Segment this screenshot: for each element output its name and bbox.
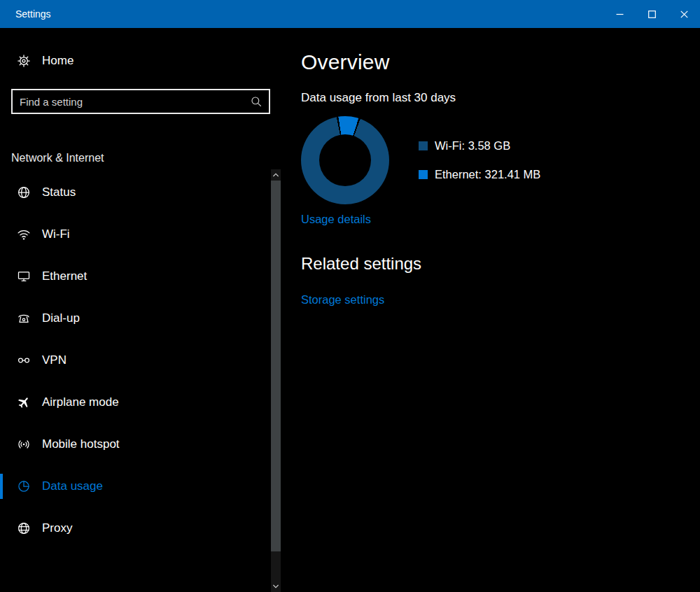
legend-label: Wi-Fi: 3.58 GB: [435, 139, 510, 153]
related-settings-heading: Related settings: [301, 254, 672, 274]
selected-accent-bar: [0, 474, 3, 499]
airplane-icon: [17, 395, 31, 409]
minimize-button[interactable]: [603, 0, 636, 28]
home-label: Home: [42, 54, 74, 68]
minimize-icon: [616, 10, 624, 18]
sidebar-item-label: VPN: [42, 353, 66, 367]
search-box: [11, 89, 270, 114]
data-usage-donut-chart: [301, 116, 389, 204]
sidebar-item-label: Wi-Fi: [42, 227, 70, 241]
ethernet-icon: [17, 269, 31, 283]
sidebar-section-label: Network & Internet: [11, 152, 284, 164]
legend-color-swatch: [419, 141, 428, 150]
pie-chart-icon: [17, 479, 31, 493]
globe-icon: [17, 521, 31, 535]
sidebar-item-label: Proxy: [42, 521, 72, 535]
wifi-icon: [17, 227, 31, 241]
hotspot-icon: [17, 437, 31, 451]
sidebar-item-label: Dial-up: [42, 311, 80, 325]
donut-hole: [319, 134, 371, 186]
sidebar-item-dial-up[interactable]: Dial-up: [0, 303, 284, 334]
legend-item-wi-fi: Wi-Fi: 3.58 GB: [419, 139, 540, 153]
storage-settings-link[interactable]: Storage settings: [301, 293, 384, 306]
sidebar-nav: StatusWi-FiEthernetDial-upVPNAirplane mo…: [0, 177, 284, 544]
sidebar: Home Network & Internet StatusWi-FiEther…: [0, 28, 284, 592]
sidebar-item-label: Mobile hotspot: [42, 437, 120, 451]
sidebar-item-label: Data usage: [42, 479, 103, 493]
page-title: Overview: [301, 50, 672, 74]
caption-buttons: [603, 0, 700, 28]
scrollbar-thumb[interactable]: [271, 181, 281, 551]
sidebar-item-ethernet[interactable]: Ethernet: [0, 261, 284, 292]
maximize-icon: [648, 10, 656, 18]
close-button[interactable]: [668, 0, 700, 28]
legend-label: Ethernet: 321.41 MB: [435, 168, 540, 181]
chevron-down-icon: [272, 584, 279, 589]
dialup-phone-icon: [17, 311, 31, 325]
chart-legend: Wi-Fi: 3.58 GBEthernet: 321.41 MB: [419, 139, 540, 181]
titlebar: Settings: [0, 0, 700, 28]
sidebar-item-wi-fi[interactable]: Wi-Fi: [0, 219, 284, 250]
search-input[interactable]: [13, 96, 250, 108]
usage-details-link[interactable]: Usage details: [301, 213, 371, 226]
close-icon: [680, 10, 688, 18]
maximize-button[interactable]: [636, 0, 668, 28]
sidebar-item-data-usage[interactable]: Data usage: [0, 471, 284, 502]
main-content: Overview Data usage from last 30 days Wi…: [284, 28, 700, 592]
legend-item-ethernet: Ethernet: 321.41 MB: [419, 168, 540, 181]
gear-icon: [17, 54, 31, 68]
legend-color-swatch: [419, 170, 428, 179]
scrollbar-down-arrow[interactable]: [271, 581, 281, 592]
vpn-icon: [17, 353, 31, 367]
sidebar-item-label: Ethernet: [42, 269, 87, 283]
globe-network-icon: [17, 185, 31, 199]
sidebar-item-label: Airplane mode: [42, 395, 119, 409]
scrollbar-up-arrow[interactable]: [271, 169, 281, 181]
sidebar-item-vpn[interactable]: VPN: [0, 345, 284, 376]
sidebar-item-home[interactable]: Home: [0, 47, 284, 75]
data-usage-chart: Wi-Fi: 3.58 GBEthernet: 321.41 MB: [301, 116, 672, 204]
sidebar-item-status[interactable]: Status: [0, 177, 284, 208]
sidebar-item-mobile-hotspot[interactable]: Mobile hotspot: [0, 429, 284, 460]
sidebar-item-proxy[interactable]: Proxy: [0, 513, 284, 544]
sidebar-item-label: Status: [42, 185, 76, 199]
sidebar-scrollbar[interactable]: [271, 169, 281, 592]
window-title: Settings: [0, 8, 51, 20]
app-body: Home Network & Internet StatusWi-FiEther…: [0, 28, 700, 592]
sidebar-item-airplane-mode[interactable]: Airplane mode: [0, 387, 284, 418]
search-icon: [250, 95, 262, 108]
chevron-up-icon: [272, 172, 279, 178]
chart-title: Data usage from last 30 days: [301, 91, 672, 105]
